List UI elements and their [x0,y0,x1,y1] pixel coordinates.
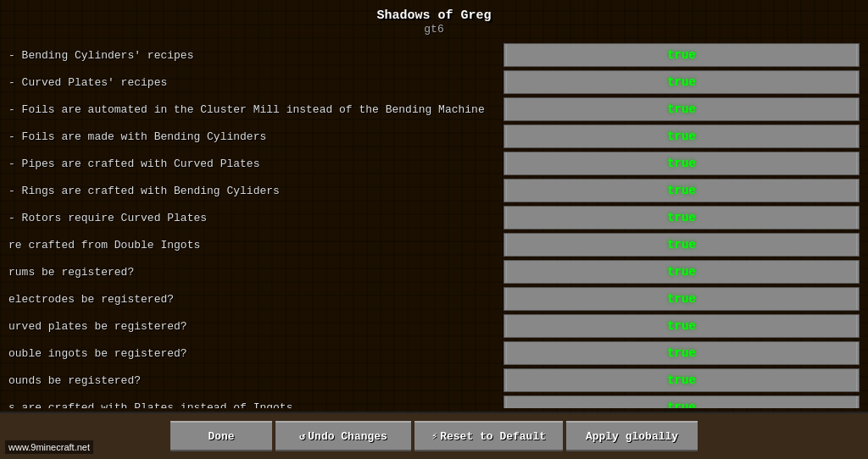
setting-label: - Foils are automated in the Cluster Mil… [8,103,504,116]
undo-button[interactable]: ↺Undo Changes [275,421,411,451]
value-text: true [667,346,696,360]
setting-label: - Bending Cylinders' recipes [8,49,504,62]
setting-label: ouble ingots be registered? [8,347,504,360]
setting-label: ounds be registered? [8,374,504,387]
table-row: - Pipes are crafted with Curved Platestr… [8,151,860,176]
value-text: true [667,75,696,89]
value-text: true [667,373,696,387]
table-row: - Bending Cylinders' recipestrue [8,42,860,68]
setting-value-button[interactable]: true [504,43,860,67]
reset-label: Reset to Default [440,430,546,443]
settings-list: - Bending Cylinders' recipestrue- Curved… [0,42,868,408]
table-row: rums be registered?true [8,259,860,285]
setting-label: - Curved Plates' recipes [8,76,504,89]
setting-label: re crafted from Double Ingots [8,239,504,252]
table-row: - Foils are automated in the Cluster Mil… [8,97,860,122]
setting-value-button[interactable]: true [504,368,860,392]
watermark: www.9minecraft.net [5,440,93,454]
reset-icon: ⚡ [431,431,437,443]
done-button[interactable]: Done [170,421,272,451]
title-main: Shadows of Greg [0,8,868,23]
setting-value-button[interactable]: true [504,287,860,311]
value-text: true [667,319,696,333]
undo-icon: ↺ [299,431,305,443]
setting-label: electrodes be registered? [8,293,504,306]
setting-value-button[interactable]: true [504,152,860,175]
table-row: - Curved Plates' recipestrue [8,69,860,95]
table-row: s are crafted with Plates instead of Ing… [8,395,860,408]
setting-label: - Pipes are crafted with Curved Plates [8,158,504,170]
setting-label: - Rings are crafted with Bending Cylider… [8,185,504,197]
setting-value-button[interactable]: true [504,124,860,148]
setting-value-button[interactable]: true [504,314,860,338]
setting-label: rums be registered? [8,266,504,279]
setting-value-button[interactable]: true [504,233,860,257]
setting-label: urved plates be registered? [8,320,504,333]
table-row: - Foils are made with Bending Cylinderst… [8,124,860,149]
reset-button[interactable]: ⚡Reset to Default [415,421,563,451]
value-text: true [667,130,696,143]
value-text: true [667,238,696,252]
table-row: ouble ingots be registered?true [8,340,860,366]
table-row: electrodes be registered?true [8,286,860,312]
setting-value-button[interactable]: true [504,206,860,230]
setting-value-button[interactable]: true [504,70,860,94]
table-row: re crafted from Double Ingotstrue [8,232,860,257]
value-text: true [667,265,696,279]
table-row: - Rotors require Curved Platestrue [8,205,860,230]
setting-value-button[interactable]: true [504,97,860,121]
value-text: true [667,401,696,408]
table-row: ounds be registered?true [8,368,860,393]
setting-value-button[interactable]: true [504,395,860,408]
table-row: - Rings are crafted with Bending Cylider… [8,178,860,203]
setting-label: - Rotors require Curved Plates [8,212,504,224]
title-sub: gt6 [0,23,868,36]
setting-value-button[interactable]: true [504,260,860,284]
apply-globally-button[interactable]: Apply globally [566,421,698,451]
table-row: urved plates be registered?true [8,313,860,339]
title-area: Shadows of Greg gt6 [0,0,868,41]
value-text: true [667,102,696,116]
setting-value-button[interactable]: true [504,179,860,202]
undo-label: Undo Changes [308,430,387,443]
value-text: true [667,211,696,224]
setting-value-button[interactable]: true [504,341,860,365]
value-text: true [667,184,696,197]
bottom-bar: Done ↺Undo Changes ⚡Reset to Default App… [0,412,868,459]
setting-label: s are crafted with Plates instead of Ing… [8,401,504,409]
value-text: true [667,292,696,306]
setting-label: - Foils are made with Bending Cylinders [8,130,504,143]
value-text: true [667,157,696,170]
value-text: true [667,48,696,62]
